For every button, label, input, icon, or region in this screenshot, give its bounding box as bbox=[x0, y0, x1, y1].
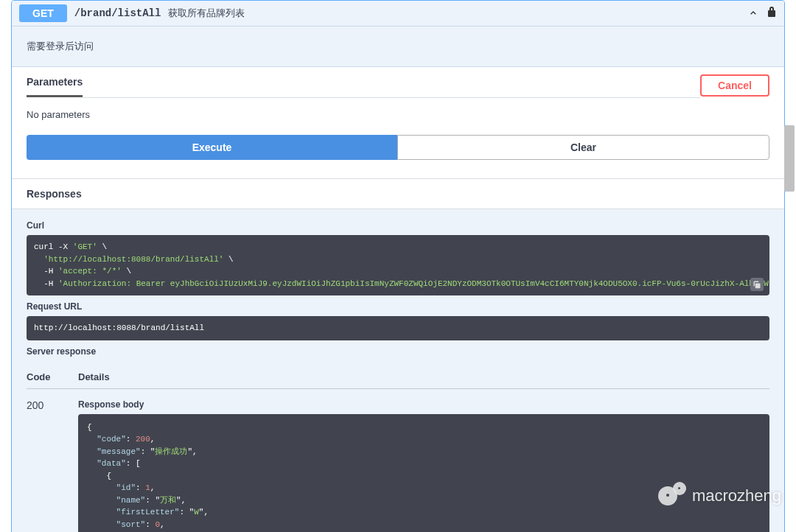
wechat-icon bbox=[658, 482, 686, 510]
chevron-up-icon[interactable] bbox=[747, 7, 759, 19]
operation-panel: GET /brand/listAll 获取所有品牌列表 需要登录后访问 Para… bbox=[11, 0, 785, 532]
watermark-text: macrozheng bbox=[692, 486, 781, 505]
response-table-header: Code Details bbox=[27, 364, 769, 389]
endpoint-summary: 获取所有品牌列表 bbox=[168, 7, 245, 20]
scrollbar[interactable] bbox=[784, 125, 795, 192]
method-badge: GET bbox=[19, 4, 67, 22]
curl-label: Curl bbox=[27, 220, 769, 231]
details-column-header: Details bbox=[78, 371, 769, 382]
request-url-label: Request URL bbox=[27, 301, 769, 312]
server-response-label: Server response bbox=[27, 346, 769, 357]
auth-note: 需要登录后访问 bbox=[12, 27, 784, 67]
operation-header[interactable]: GET /brand/listAll 获取所有品牌列表 bbox=[12, 1, 784, 27]
request-url-block[interactable]: http://localhost:8088/brand/listAll bbox=[27, 316, 769, 340]
response-row: 200 Response body { "code": 200, "messag… bbox=[27, 389, 769, 533]
watermark: macrozheng bbox=[658, 482, 781, 510]
copy-icon[interactable] bbox=[750, 278, 764, 291]
parameters-title: Parameters bbox=[27, 76, 83, 97]
execute-button[interactable]: Execute bbox=[27, 135, 397, 160]
parameters-header: Parameters Cancel bbox=[12, 67, 784, 98]
curl-block[interactable]: curl -X 'GET' \ 'http://localhost:8088/b… bbox=[27, 235, 769, 295]
responses-title: Responses bbox=[12, 178, 784, 209]
clear-button[interactable]: Clear bbox=[397, 135, 769, 160]
lock-icon[interactable] bbox=[767, 6, 777, 21]
parameters-body: No parameters bbox=[12, 98, 784, 135]
cancel-button[interactable]: Cancel bbox=[700, 74, 769, 97]
status-code: 200 bbox=[27, 399, 78, 533]
code-column-header: Code bbox=[27, 371, 78, 382]
response-body-label: Response body bbox=[78, 399, 769, 410]
endpoint-path: /brand/listAll bbox=[74, 7, 161, 19]
response-body-block[interactable]: { "code": 200, "message": "操作成功", "data"… bbox=[78, 414, 769, 533]
